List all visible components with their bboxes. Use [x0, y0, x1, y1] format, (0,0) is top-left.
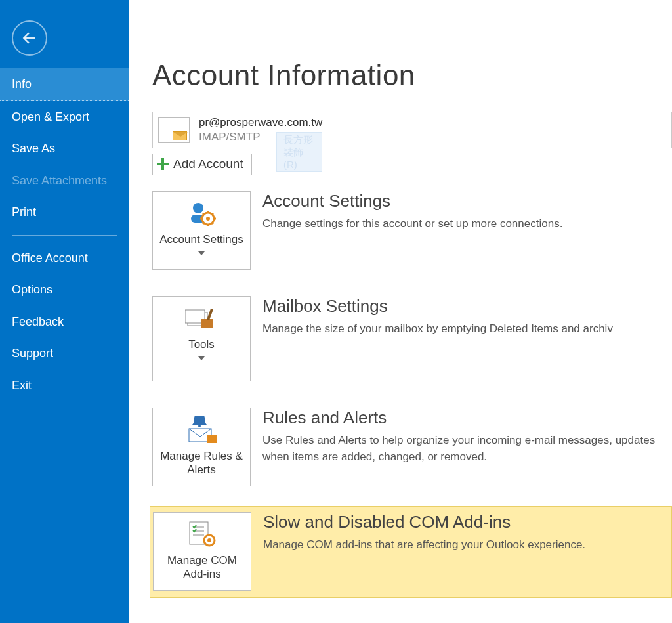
- section-account-settings-desc: Change settings for this account or set …: [262, 216, 667, 232]
- nav-item-open-export[interactable]: Open & Export: [0, 101, 129, 133]
- svg-point-4: [206, 217, 210, 221]
- tile-tools-label: Tools: [188, 337, 215, 351]
- account-info: pr@prosperwave.com.tw IMAP/SMTP 長方形裝飾(R): [199, 116, 322, 144]
- nav-item-save-as[interactable]: Save As: [0, 133, 129, 165]
- section-com-addins-desc: Manage COM add-ins that are affecting yo…: [263, 537, 666, 553]
- tile-account-settings[interactable]: Account Settings: [152, 191, 251, 270]
- nav-secondary: Office Account Options Feedback Support …: [0, 242, 129, 402]
- section-rules-title: Rules and Alerts: [262, 408, 667, 428]
- section-com-addins-title: Slow and Disabled COM Add-ins: [263, 512, 666, 532]
- mailbox-icon: [158, 117, 190, 143]
- nav-item-support[interactable]: Support: [0, 337, 129, 370]
- main-content: Account Information pr@prosperwave.com.t…: [129, 0, 672, 623]
- svg-line-9: [203, 213, 204, 215]
- svg-line-11: [203, 223, 204, 224]
- section-com-addins: Manage COM Add-ins Slow and Disabled COM…: [150, 506, 672, 598]
- svg-rect-15: [201, 319, 213, 328]
- svg-rect-19: [207, 435, 217, 443]
- svg-rect-16: [207, 309, 213, 320]
- nav-item-feedback[interactable]: Feedback: [0, 306, 129, 338]
- account-selector[interactable]: pr@prosperwave.com.tw IMAP/SMTP 長方形裝飾(R): [152, 112, 672, 148]
- tile-manage-com-addins-label: Manage COM Add-ins: [158, 553, 247, 582]
- account-email: pr@prosperwave.com.tw: [199, 116, 322, 129]
- nav-item-exit[interactable]: Exit: [0, 370, 129, 402]
- svg-point-25: [207, 538, 211, 542]
- nav-primary: Info Open & Export Save As Save Attachme…: [0, 68, 129, 228]
- app-root: Info Open & Export Save As Save Attachme…: [0, 0, 672, 623]
- section-account-settings: Account Settings Account Settings Change…: [152, 187, 672, 280]
- tile-manage-rules[interactable]: Manage Rules & Alerts: [152, 408, 251, 486]
- arrow-left-icon: [21, 30, 38, 47]
- tile-account-settings-label: Account Settings: [159, 232, 243, 246]
- tile-manage-rules-label: Manage Rules & Alerts: [157, 449, 246, 477]
- tile-manage-com-addins[interactable]: Manage COM Add-ins: [153, 512, 251, 591]
- page-title: Account Information: [152, 59, 672, 92]
- backstage-sidebar: Info Open & Export Save As Save Attachme…: [0, 0, 129, 623]
- svg-point-17: [198, 425, 201, 427]
- svg-line-10: [212, 223, 213, 224]
- tile-tools[interactable]: Tools: [152, 296, 251, 381]
- section-mailbox-desc: Manage the size of your mailbox by empty…: [262, 321, 667, 337]
- nav-separator: [12, 235, 117, 236]
- section-com-addins-text: Slow and Disabled COM Add-ins Manage COM…: [263, 512, 671, 553]
- nav-item-options[interactable]: Options: [0, 274, 129, 306]
- chevron-down-icon: [198, 356, 205, 360]
- nav-item-info[interactable]: Info: [0, 68, 129, 101]
- nav-item-save-attachments: Save Attachments: [0, 165, 129, 197]
- bell-envelope-icon: [185, 415, 218, 445]
- account-protocol: IMAP/SMTP: [199, 131, 322, 144]
- nav-item-office-account[interactable]: Office Account: [0, 242, 129, 274]
- plus-icon: [157, 158, 169, 170]
- section-rules-text: Rules and Alerts Use Rules and Alerts to…: [262, 408, 672, 465]
- back-button[interactable]: [12, 20, 47, 56]
- section-rules: Manage Rules & Alerts Rules and Alerts U…: [152, 404, 672, 497]
- svg-line-12: [212, 213, 213, 215]
- chevron-down-icon: [198, 251, 205, 255]
- add-account-label: Add Account: [173, 157, 243, 171]
- checklist-gear-icon: [187, 519, 217, 549]
- add-account-button[interactable]: Add Account: [152, 154, 252, 175]
- section-mailbox-title: Mailbox Settings: [262, 296, 667, 316]
- section-mailbox: Tools Mailbox Settings Manage the size o…: [152, 292, 672, 392]
- section-account-settings-text: Account Settings Change settings for thi…: [262, 191, 672, 232]
- section-mailbox-text: Mailbox Settings Manage the size of your…: [262, 296, 672, 337]
- svg-point-1: [193, 203, 203, 213]
- broom-folder-icon: [185, 303, 218, 333]
- section-account-settings-title: Account Settings: [262, 191, 667, 211]
- section-rules-desc: Use Rules and Alerts to help organize yo…: [262, 433, 667, 465]
- user-gear-icon: [187, 198, 216, 228]
- nav-item-print[interactable]: Print: [0, 196, 129, 228]
